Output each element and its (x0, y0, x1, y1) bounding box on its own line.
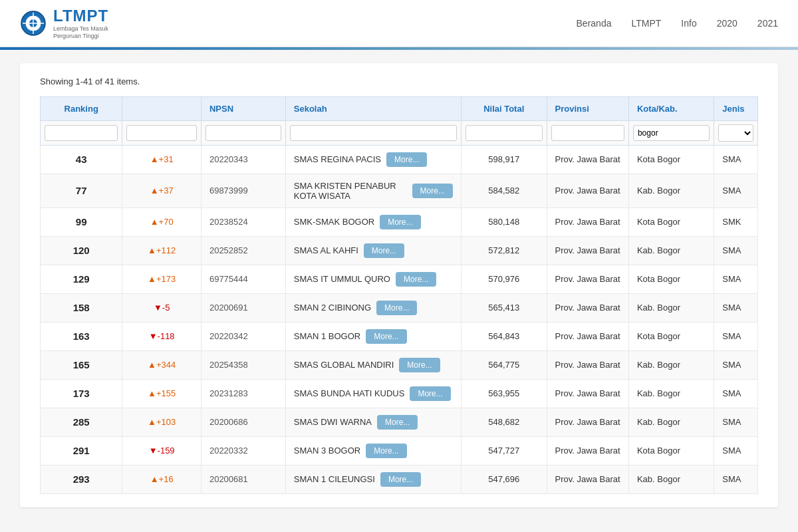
sekolah-name: SMK-SMAK BOGOR (294, 217, 374, 227)
more-button[interactable]: More... (399, 358, 440, 372)
cell-provinsi: Prov. Jawa Barat (547, 265, 628, 293)
more-button[interactable]: More... (410, 386, 450, 401)
table-row: 163 ▼-118 20220342 SMAN 1 BOGOR More... … (41, 322, 758, 350)
nav-2021[interactable]: 2021 (757, 18, 778, 29)
filter-change-cell (122, 120, 201, 145)
cell-jenis: SMA (714, 174, 758, 207)
cell-nilai: 565,413 (461, 293, 547, 322)
logo-text-group: LTMPT Lembaga Tes Masuk Perguruan Tinggi (53, 7, 133, 40)
sekolah-name: SMAS AL KAHFI (294, 245, 358, 255)
showing-text: Showing 1-41 of 41 items. (40, 76, 758, 86)
cell-change: ▲+70 (122, 207, 201, 236)
cell-kota: Kab. Bogor (628, 350, 714, 379)
main-nav: Beranda LTMPT Info 2020 2021 (577, 18, 778, 29)
cell-kota: Kab. Bogor (628, 293, 714, 322)
change-arrow-icon: ▲+112 (148, 245, 176, 255)
cell-rank: 99 (41, 207, 122, 236)
cell-kota: Kota Bogor (628, 265, 714, 293)
cell-npsn: 20220343 (201, 145, 285, 174)
cell-provinsi: Prov. Jawa Barat (547, 322, 628, 350)
filter-jenis-cell: SMA SMK (714, 120, 758, 145)
sekolah-name: SMAN 1 BOGOR (294, 331, 360, 341)
cell-rank: 293 (41, 465, 122, 493)
sekolah-cell-inner: SMA KRISTEN PENABUR KOTA WISATA More... (294, 181, 453, 201)
cell-provinsi: Prov. Jawa Barat (547, 293, 628, 322)
logo-area: LTMPT Lembaga Tes Masuk Perguruan Tinggi (20, 7, 133, 40)
more-button[interactable]: More... (380, 472, 421, 487)
filter-sekolah-cell (285, 120, 461, 145)
change-arrow-icon: ▲+37 (150, 186, 174, 196)
table-row: 43 ▲+31 20220343 SMAS REGINA PACIS More.… (41, 145, 758, 174)
cell-kota: Kab. Bogor (628, 408, 714, 436)
cell-kota: Kota Bogor (628, 207, 714, 236)
cell-provinsi: Prov. Jawa Barat (547, 350, 628, 379)
more-button[interactable]: More... (412, 184, 453, 198)
filter-kota-input[interactable] (633, 125, 710, 141)
cell-provinsi: Prov. Jawa Barat (547, 236, 628, 265)
more-button[interactable]: More... (396, 272, 436, 287)
nav-info[interactable]: Info (681, 18, 696, 29)
ltmpt-logo-icon (20, 10, 47, 37)
nav-beranda[interactable]: Beranda (577, 18, 612, 29)
sekolah-name: SMAS GLOBAL MANDIRI (294, 360, 394, 370)
cell-change: ▲+37 (122, 174, 201, 207)
col-header-kota: Kota/Kab. (628, 96, 714, 120)
filter-change-input[interactable] (126, 125, 197, 141)
main-content: Showing 1-41 of 41 items. Ranking NPSN S… (20, 63, 778, 507)
col-header-sekolah: Sekolah (285, 96, 461, 120)
more-button[interactable]: More... (380, 215, 420, 229)
cell-change: ▲+344 (122, 350, 201, 379)
sekolah-name: SMA KRISTEN PENABUR KOTA WISATA (294, 181, 407, 201)
filter-ranking-cell (41, 120, 122, 145)
table-row: 291 ▼-159 20220332 SMAN 3 BOGOR More... … (41, 436, 758, 465)
cell-jenis: SMK (714, 207, 758, 236)
cell-jenis: SMA (714, 293, 758, 322)
col-header-jenis: Jenis (714, 96, 758, 120)
cell-change: ▲+173 (122, 265, 201, 293)
table-row: 120 ▲+112 20252852 SMAS AL KAHFI More...… (41, 236, 758, 265)
cell-kota: Kota Bogor (628, 436, 714, 465)
filter-npsn-input[interactable] (205, 125, 281, 141)
col-header-nilai: Nilai Total (461, 96, 547, 120)
more-button[interactable]: More... (364, 243, 404, 258)
cell-rank: 120 (41, 236, 122, 265)
sekolah-name: SMAN 1 CILEUNGSI (294, 474, 375, 484)
cell-jenis: SMA (714, 265, 758, 293)
sekolah-name: SMAN 3 BOGOR (294, 446, 360, 456)
cell-rank: 165 (41, 350, 122, 379)
cell-sekolah: SMAN 3 BOGOR More... (285, 436, 461, 465)
cell-npsn: 69873999 (201, 174, 285, 207)
change-arrow-icon: ▼-5 (154, 303, 170, 313)
more-button[interactable]: More... (366, 444, 406, 458)
table-row: 165 ▲+344 20254358 SMAS GLOBAL MANDIRI M… (41, 350, 758, 379)
filter-provinsi-input[interactable] (551, 125, 624, 141)
cell-sekolah: SMAS AL KAHFI More... (285, 236, 461, 265)
cell-npsn: 20220342 (201, 322, 285, 350)
nav-2020[interactable]: 2020 (717, 18, 737, 29)
cell-nilai: 548,682 (461, 408, 547, 436)
cell-rank: 158 (41, 293, 122, 322)
filter-sekolah-input[interactable] (290, 125, 457, 141)
cell-npsn: 69775444 (201, 265, 285, 293)
sekolah-name: SMAS REGINA PACIS (294, 154, 381, 164)
filter-ranking-input[interactable] (45, 125, 118, 141)
sekolah-cell-inner: SMAS REGINA PACIS More... (294, 152, 453, 167)
more-button[interactable]: More... (376, 301, 417, 315)
more-button[interactable]: More... (366, 329, 406, 344)
cell-npsn: 20200691 (201, 293, 285, 322)
col-header-npsn: NPSN (201, 96, 285, 120)
change-arrow-icon: ▼-118 (149, 331, 175, 341)
nav-ltmpt[interactable]: LTMPT (631, 18, 661, 29)
more-button[interactable]: More... (377, 415, 418, 430)
filter-nilai-input[interactable] (466, 125, 543, 141)
cell-sekolah: SMA KRISTEN PENABUR KOTA WISATA More... (285, 174, 461, 207)
col-header-change (122, 96, 201, 120)
more-button[interactable]: More... (386, 152, 427, 167)
cell-change: ▲+103 (122, 408, 201, 436)
cell-change: ▲+31 (122, 145, 201, 174)
cell-rank: 285 (41, 408, 122, 436)
cell-jenis: SMA (714, 408, 758, 436)
sekolah-cell-inner: SMAS BUNDA HATI KUDUS More... (294, 386, 453, 401)
cell-sekolah: SMAS BUNDA HATI KUDUS More... (285, 379, 461, 408)
filter-jenis-select[interactable]: SMA SMK (718, 124, 753, 142)
